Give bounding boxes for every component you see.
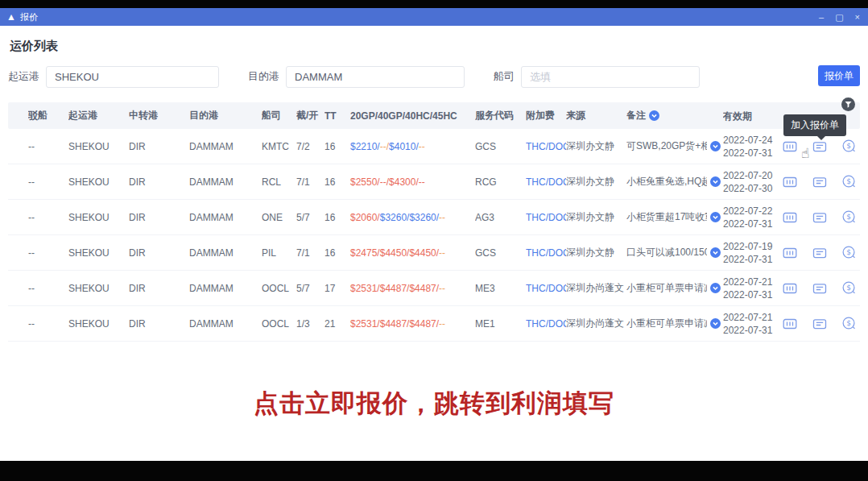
valid-from: 2022-07-22 bbox=[723, 205, 772, 217]
svg-text:$: $ bbox=[846, 177, 851, 185]
cell-service-code: ME3 bbox=[475, 283, 526, 294]
remark-text: 小柜免重免选,HQ超2... bbox=[626, 175, 707, 189]
filter-bar: 起运港 目的港 船司 报价单 bbox=[8, 65, 860, 88]
remark-expand-icon[interactable] bbox=[710, 141, 721, 151]
valid-from: 2022-07-20 bbox=[723, 170, 772, 181]
remark-text: 口头可以减100/150... bbox=[626, 246, 707, 259]
cell-transit: DIR bbox=[129, 212, 189, 223]
cell-cutoff: 7/2 bbox=[296, 141, 324, 152]
cell-service-code: GCS bbox=[475, 141, 526, 152]
valid-to: 2022-07-31 bbox=[723, 147, 772, 159]
cell-surcharge-link[interactable]: THC/DOC, bbox=[526, 247, 566, 259]
remark-info-icon[interactable] bbox=[649, 110, 659, 121]
cell-cutoff: 1/3 bbox=[296, 318, 324, 330]
close-button[interactable]: × bbox=[855, 13, 860, 22]
svg-text:$: $ bbox=[846, 319, 851, 327]
cell-dest: DAMMAM bbox=[189, 141, 262, 152]
hand-cursor-icon: ☝ bbox=[801, 145, 809, 161]
cell-source: 深圳办文静 bbox=[566, 210, 626, 224]
cell-service-code: RCG bbox=[475, 176, 526, 188]
cell-tt: 16 bbox=[324, 176, 350, 188]
cell-remark: 小重柜可单票申请减... bbox=[626, 281, 723, 295]
maximize-button[interactable]: ▢ bbox=[835, 13, 843, 22]
table-row[interactable]: -- SHEKOU DIR DAMMAM PIL 7/1 16 $2475/$4… bbox=[8, 235, 860, 271]
cell-validity: 2022-07-24 2022-07-31 bbox=[723, 134, 779, 160]
container-detail-icon[interactable] bbox=[783, 176, 797, 189]
valid-to: 2022-07-31 bbox=[723, 218, 772, 230]
cell-tt: 21 bbox=[324, 318, 350, 330]
svg-text:$: $ bbox=[846, 284, 851, 292]
cell-actions: $ bbox=[779, 175, 860, 189]
table-row[interactable]: -- SHEKOU DIR DAMMAM OOCL 5/7 17 $2531/$… bbox=[8, 271, 860, 306]
add-to-quote-icon[interactable] bbox=[812, 140, 827, 153]
valid-from: 2022-07-24 bbox=[723, 135, 772, 146]
quote-sheet-button[interactable]: 报价单 bbox=[818, 65, 860, 86]
header-cutoff: 截/开 bbox=[296, 109, 324, 122]
remark-expand-icon[interactable] bbox=[710, 212, 721, 222]
container-detail-icon[interactable] bbox=[783, 247, 797, 259]
quote-now-icon[interactable]: $ bbox=[842, 139, 856, 153]
remark-expand-icon[interactable] bbox=[710, 318, 721, 329]
cell-carrier: RCL bbox=[262, 176, 296, 188]
add-to-quote-tooltip: 加入报价单 bbox=[783, 114, 846, 136]
table-row[interactable]: -- SHEKOU DIR DAMMAM ONE 5/7 16 $2060/$3… bbox=[8, 200, 860, 235]
table-body: -- SHEKOU DIR DAMMAM KMTC 7/2 16 $2210/-… bbox=[8, 129, 860, 342]
svg-text:$: $ bbox=[846, 213, 851, 221]
cell-surcharge-link[interactable]: THC/DOC, bbox=[526, 283, 566, 294]
add-to-quote-icon[interactable] bbox=[812, 317, 827, 330]
cell-validity: 2022-07-21 2022-07-31 bbox=[723, 311, 779, 337]
add-to-quote-icon[interactable] bbox=[812, 176, 827, 189]
container-detail-icon[interactable] bbox=[783, 317, 797, 330]
table-row[interactable]: -- SHEKOU DIR DAMMAM RCL 7/1 16 $2550/--… bbox=[8, 164, 860, 200]
origin-port-input[interactable] bbox=[46, 66, 219, 88]
quote-now-icon[interactable]: $ bbox=[842, 210, 856, 224]
quote-now-icon[interactable]: $ bbox=[842, 317, 856, 330]
quote-now-icon[interactable]: $ bbox=[842, 246, 856, 259]
cell-origin: SHEKOU bbox=[68, 247, 129, 259]
remark-text: 小柜货重超17吨收重... bbox=[626, 210, 707, 224]
carrier-input[interactable] bbox=[521, 66, 700, 88]
cell-price: $2210/--/$4010/-- bbox=[350, 141, 475, 152]
remark-expand-icon[interactable] bbox=[710, 247, 721, 258]
header-origin: 起运港 bbox=[68, 109, 129, 122]
add-to-quote-icon[interactable] bbox=[812, 282, 827, 295]
table-row[interactable]: -- SHEKOU DIR DAMMAM KMTC 7/2 16 $2210/-… bbox=[8, 129, 860, 164]
cell-surcharge-link[interactable]: THC/DOC, bbox=[526, 176, 566, 188]
origin-port-label: 起运港 bbox=[8, 69, 39, 84]
header-price: 20GP/40GP/40HC/45HC bbox=[350, 110, 475, 122]
quote-now-icon[interactable]: $ bbox=[842, 175, 856, 189]
dest-port-input[interactable] bbox=[286, 66, 465, 88]
cell-surcharge-link[interactable]: THC/DOC, bbox=[526, 141, 566, 152]
remark-text: 小重柜可单票申请减... bbox=[626, 281, 707, 295]
cell-barge: -- bbox=[28, 212, 68, 223]
app-frame: ▲ 报价 – ▢ × 运价列表 起运港 目的港 船司 报价单 驳船 bbox=[0, 0, 868, 481]
container-detail-icon[interactable] bbox=[783, 282, 797, 295]
cell-price: $2550/--/$4300/-- bbox=[350, 176, 475, 188]
cell-cutoff: 5/7 bbox=[296, 212, 324, 223]
cell-barge: -- bbox=[28, 318, 68, 330]
cell-carrier: OOCL bbox=[262, 283, 296, 294]
add-to-quote-icon[interactable] bbox=[812, 211, 827, 224]
minimize-button[interactable]: – bbox=[819, 13, 824, 22]
filter-icon[interactable] bbox=[841, 97, 855, 114]
titlebar: ▲ 报价 – ▢ × bbox=[0, 8, 868, 26]
table-row[interactable]: -- SHEKOU DIR DAMMAM OOCL 1/3 21 $2531/$… bbox=[8, 306, 860, 342]
cell-surcharge-link[interactable]: THC/DOC, bbox=[526, 318, 566, 330]
cell-price: $2475/$4450/$4450/-- bbox=[350, 247, 475, 259]
remark-text: 小重柜可单票申请减... bbox=[626, 317, 707, 330]
header-transit: 中转港 bbox=[129, 109, 189, 122]
cell-surcharge-link[interactable]: THC/DOC, bbox=[526, 212, 566, 223]
cell-transit: DIR bbox=[129, 247, 189, 259]
cell-remark: 口头可以减100/150... bbox=[626, 246, 723, 259]
cell-carrier: ONE bbox=[262, 212, 296, 223]
add-to-quote-icon[interactable] bbox=[812, 247, 827, 259]
valid-to: 2022-07-31 bbox=[723, 289, 772, 301]
cell-price: $2531/$4487/$4487/-- bbox=[350, 318, 475, 330]
container-detail-icon[interactable] bbox=[783, 140, 797, 153]
remark-expand-icon[interactable] bbox=[710, 283, 721, 293]
container-detail-icon[interactable] bbox=[783, 211, 797, 224]
header-carrier: 船司 bbox=[262, 109, 296, 122]
cell-remark: 小重柜可单票申请减... bbox=[626, 317, 723, 330]
remark-expand-icon[interactable] bbox=[710, 176, 721, 187]
quote-now-icon[interactable]: $ bbox=[842, 281, 856, 295]
